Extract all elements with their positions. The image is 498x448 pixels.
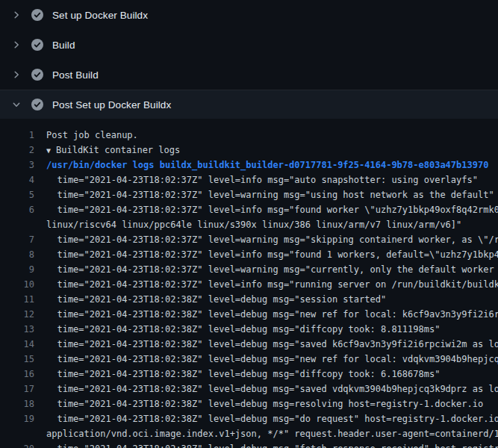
log-text-content: BuildKit container logs (56, 145, 180, 155)
check-circle-icon (31, 39, 43, 51)
line-number[interactable] (0, 217, 34, 232)
log-line: 14 time="2021-04-23T18:02:38Z" level=deb… (0, 337, 498, 352)
log-text-content: time="2021-04-23T18:02:38Z" level=debug … (46, 369, 440, 379)
actions-log-viewer: Set up Docker BuildxBuildPost BuildPost … (0, 0, 498, 448)
log-line: 8 time="2021-04-23T18:02:37Z" level=info… (0, 247, 498, 262)
log-line-text: time="2021-04-23T18:02:38Z" level=debug … (34, 382, 498, 396)
log-line: linux/riscv64 linux/ppc64le linux/s390x … (0, 217, 498, 232)
log-line: 6 time="2021-04-23T18:02:37Z" level=info… (0, 202, 498, 217)
log-line-text: time="2021-04-23T18:02:37Z" level=warnin… (34, 262, 498, 277)
log-line-text: time="2021-04-23T18:02:38Z" level=debug … (34, 396, 498, 411)
log-text-content: time="2021-04-23T18:02:38Z" level=debug … (46, 354, 498, 364)
log-line: 11 time="2021-04-23T18:02:38Z" level=deb… (0, 292, 498, 307)
log-text-content: /usr/bin/docker logs buildx_buildkit_bui… (46, 160, 488, 170)
log-text-content: time="2021-04-23T18:02:38Z" level=debug … (46, 384, 498, 394)
line-number[interactable]: 5 (0, 187, 34, 202)
step-label: Post Set up Docker Buildx (52, 99, 171, 111)
step-header-post-set-up-docker-buildx[interactable]: Post Set up Docker Buildx (0, 90, 498, 119)
chevron-down-icon[interactable] (10, 99, 22, 111)
log-line: application/vnd.oci.image.index.v1+json,… (0, 426, 498, 441)
line-number[interactable]: 17 (0, 382, 34, 396)
log-line: 16 time="2021-04-23T18:02:38Z" level=deb… (0, 367, 498, 382)
log-line-text: time="2021-04-23T18:02:38Z" level=debug … (34, 441, 498, 448)
log-line: 1Post job cleanup. (0, 128, 498, 143)
line-number[interactable]: 15 (0, 352, 34, 367)
log-text-content: linux/riscv64 linux/ppc64le linux/s390x … (46, 220, 461, 230)
step-header-post-build[interactable]: Post Build (0, 60, 498, 90)
line-number[interactable]: 13 (0, 322, 34, 337)
log-text-content: time="2021-04-23T18:02:38Z" level=debug … (46, 444, 498, 448)
log-line: 3/usr/bin/docker logs buildx_buildkit_bu… (0, 158, 498, 172)
line-number[interactable]: 14 (0, 337, 34, 352)
log-line-text: time="2021-04-23T18:02:38Z" level=debug … (34, 307, 498, 322)
log-text-content: time="2021-04-23T18:02:38Z" level=debug … (46, 294, 386, 305)
log-text-content: time="2021-04-23T18:02:37Z" level=warnin… (46, 190, 494, 200)
line-number[interactable]: 10 (0, 277, 34, 292)
log-line: 18 time="2021-04-23T18:02:38Z" level=deb… (0, 396, 498, 411)
line-number[interactable]: 12 (0, 307, 34, 322)
line-number[interactable]: 18 (0, 396, 34, 411)
line-number[interactable]: 3 (0, 158, 34, 172)
chevron-right-icon[interactable] (10, 9, 22, 21)
log-line-text: time="2021-04-23T18:02:38Z" level=debug … (34, 292, 498, 307)
line-number[interactable]: 7 (0, 232, 34, 247)
log-text-content: time="2021-04-23T18:02:37Z" level=info m… (46, 175, 478, 185)
log-text-content: time="2021-04-23T18:02:38Z" level=debug … (46, 414, 498, 424)
log-text-content: Post job cleanup. (46, 130, 138, 140)
log-line-text: time="2021-04-23T18:02:37Z" level=info m… (34, 172, 498, 187)
log-line: 4 time="2021-04-23T18:02:37Z" level=info… (0, 172, 498, 187)
log-text-content: time="2021-04-23T18:02:38Z" level=debug … (46, 399, 483, 409)
log-line-text: time="2021-04-23T18:02:38Z" level=debug … (34, 411, 498, 426)
check-circle-icon (31, 9, 43, 21)
log-text-content: time="2021-04-23T18:02:37Z" level=info m… (46, 279, 498, 290)
log-line-text: time="2021-04-23T18:02:38Z" level=debug … (34, 337, 498, 352)
step-header-build[interactable]: Build (0, 30, 498, 60)
log-line: 20 time="2021-04-23T18:02:38Z" level=deb… (0, 441, 498, 448)
log-line-text: time="2021-04-23T18:02:37Z" level=info m… (34, 277, 498, 292)
log-text-content: time="2021-04-23T18:02:37Z" level=warnin… (46, 234, 498, 245)
line-number[interactable]: 4 (0, 172, 34, 187)
line-number[interactable]: 8 (0, 247, 34, 262)
line-number[interactable]: 19 (0, 411, 34, 426)
log-line-text: time="2021-04-23T18:02:38Z" level=debug … (34, 367, 498, 382)
chevron-right-icon[interactable] (10, 69, 22, 81)
line-number[interactable]: 1 (0, 128, 34, 143)
log-output: 1Post job cleanup.2▼BuildKit container l… (0, 119, 498, 448)
line-number[interactable]: 9 (0, 262, 34, 277)
log-line: 17 time="2021-04-23T18:02:38Z" level=deb… (0, 382, 498, 396)
steps-list: Set up Docker BuildxBuildPost BuildPost … (0, 0, 498, 119)
chevron-right-icon[interactable] (10, 39, 22, 51)
log-line: 19 time="2021-04-23T18:02:38Z" level=deb… (0, 411, 498, 426)
log-line-text: time="2021-04-23T18:02:37Z" level=warnin… (34, 187, 498, 202)
step-header-set-up-docker-buildx[interactable]: Set up Docker Buildx (0, 0, 498, 30)
log-line-text: time="2021-04-23T18:02:37Z" level=info m… (34, 247, 498, 262)
log-text-content: time="2021-04-23T18:02:37Z" level=warnin… (46, 264, 498, 275)
log-line-text: /usr/bin/docker logs buildx_buildkit_bui… (34, 158, 498, 172)
log-line-text: time="2021-04-23T18:02:37Z" level=info m… (34, 202, 498, 217)
check-circle-icon (31, 99, 43, 111)
log-line: 7 time="2021-04-23T18:02:37Z" level=warn… (0, 232, 498, 247)
line-number[interactable]: 2 (0, 143, 34, 158)
log-line-text: time="2021-04-23T18:02:37Z" level=warnin… (34, 232, 498, 247)
log-line-text: application/vnd.oci.image.index.v1+json,… (34, 426, 498, 441)
log-line: 10 time="2021-04-23T18:02:37Z" level=inf… (0, 277, 498, 292)
log-line-text: time="2021-04-23T18:02:38Z" level=debug … (34, 352, 498, 367)
log-line: 2▼BuildKit container logs (0, 143, 498, 158)
log-text-content: time="2021-04-23T18:02:37Z" level=info m… (46, 249, 498, 260)
log-text-content: time="2021-04-23T18:02:37Z" level=info m… (46, 205, 498, 215)
log-line-text: time="2021-04-23T18:02:38Z" level=debug … (34, 322, 498, 337)
line-number[interactable]: 6 (0, 202, 34, 217)
log-line: 13 time="2021-04-23T18:02:38Z" level=deb… (0, 322, 498, 337)
log-line: 5 time="2021-04-23T18:02:37Z" level=warn… (0, 187, 498, 202)
line-number[interactable] (0, 426, 34, 441)
log-line: 9 time="2021-04-23T18:02:37Z" level=warn… (0, 262, 498, 277)
line-number[interactable]: 20 (0, 441, 34, 448)
step-label: Set up Docker Buildx (52, 10, 148, 21)
line-number[interactable]: 11 (0, 292, 34, 307)
step-label: Post Build (52, 69, 99, 81)
group-toggle-caret-icon[interactable]: ▼ (46, 146, 51, 155)
step-label: Build (52, 40, 75, 51)
log-line: 12 time="2021-04-23T18:02:38Z" level=deb… (0, 307, 498, 322)
check-circle-icon (31, 69, 43, 81)
line-number[interactable]: 16 (0, 367, 34, 382)
